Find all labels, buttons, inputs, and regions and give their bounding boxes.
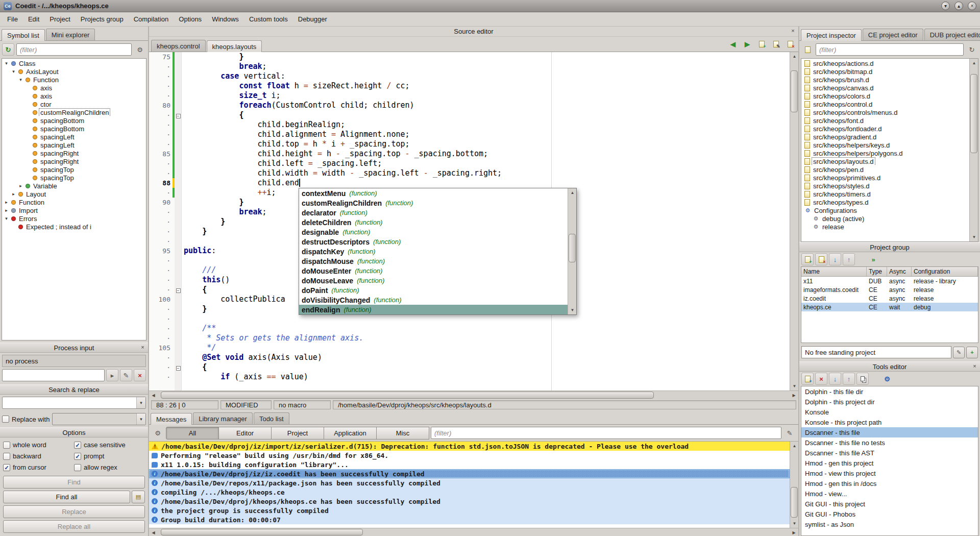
option-backward[interactable]: backward: [3, 452, 74, 460]
option-case-sensitive[interactable]: ✓case sensitive: [74, 441, 145, 449]
tab-dub-project-editor[interactable]: DUB project editor: [924, 29, 980, 40]
symbol-options-button[interactable]: ⚙: [134, 43, 146, 56]
titlebar[interactable]: Ce Coedit - /.../kheops/kheops.ce ▾ ▴ ×: [0, 0, 980, 12]
completion-item[interactable]: contextMenu(function): [299, 188, 568, 198]
tool-item[interactable]: Dscanner - this file no tests: [801, 437, 978, 448]
tool-item[interactable]: symlist - as Json: [801, 519, 978, 529]
checkbox[interactable]: ✓: [3, 464, 10, 471]
messages-filter-input[interactable]: [431, 427, 781, 439]
completion-item[interactable]: dispatchMouse(function): [299, 256, 568, 266]
symbol-tree-item[interactable]: ▸Variable: [2, 182, 146, 190]
scroll-up-icon[interactable]: ▲: [790, 442, 799, 450]
tool-item[interactable]: Konsole - this project path: [801, 417, 978, 427]
project-file-item[interactable]: src/kheops/layouts.d: [801, 157, 969, 165]
project-file-item[interactable]: src/kheops/brush.d: [801, 76, 969, 84]
project-file-button[interactable]: [801, 43, 814, 56]
message-row[interactable]: x11 1.0.15: building configuration "libr…: [149, 460, 790, 469]
scroll-down-icon[interactable]: ▼: [568, 306, 577, 314]
symbol-tree-item[interactable]: spacingLeft: [2, 141, 146, 149]
configurations-item[interactable]: ⚙Configurations: [801, 206, 969, 214]
checkbox[interactable]: [3, 442, 10, 449]
configuration-item[interactable]: ⚙debug (active): [801, 214, 969, 223]
go-back-button[interactable]: ◀: [727, 38, 739, 50]
close-icon[interactable]: ×: [789, 28, 797, 35]
tool-item[interactable]: Konsole: [801, 407, 978, 417]
refresh-project-button[interactable]: ↻: [966, 43, 978, 56]
send-input-button[interactable]: ▸: [106, 369, 118, 381]
symbol-tree-item[interactable]: ▸Import: [2, 206, 146, 214]
find-all-button[interactable]: Find all: [3, 491, 130, 503]
tab-kheops-layouts[interactable]: kheops.layouts: [207, 40, 262, 52]
new-document-button[interactable]: +: [755, 38, 768, 50]
project-row[interactable]: iz.coeditCEasyncrelease: [801, 294, 978, 303]
project-file-item[interactable]: src/kheops/pen.d: [801, 165, 969, 174]
messages-vertical-scrollbar[interactable]: ▲ ▼: [790, 442, 798, 528]
fold-collapse-icon[interactable]: −: [176, 366, 181, 371]
project-file-item[interactable]: src/kheops/styles.d: [801, 182, 969, 190]
async-mode-button[interactable]: »: [867, 253, 879, 265]
project-file-item[interactable]: src/kheops/fontloader.d: [801, 125, 969, 133]
tree-expander-icon[interactable]: ▾: [4, 61, 9, 66]
project-file-item[interactable]: src/kheops/timers.d: [801, 190, 969, 198]
filter-misc[interactable]: Misc: [376, 427, 429, 440]
project-file-item[interactable]: src/kheops/types.d: [801, 198, 969, 206]
completion-item[interactable]: doPaint(function): [299, 285, 568, 295]
tree-expander-icon[interactable]: ▾: [18, 77, 23, 82]
scrollbar-thumb[interactable]: [970, 74, 977, 154]
column-header-name[interactable]: Name: [801, 267, 867, 276]
tool-item[interactable]: Dolphin - this project dir: [801, 397, 978, 407]
editor-area[interactable]: 75 }· break;· case vertical:· const floa…: [149, 52, 798, 391]
close-icon[interactable]: ×: [971, 363, 978, 371]
configuration-item[interactable]: ⚙release: [801, 223, 969, 231]
tree-expander-icon[interactable]: ▸: [18, 183, 23, 188]
symbol-tree-item[interactable]: ▾Class: [2, 59, 146, 67]
checkbox[interactable]: ✓: [74, 442, 81, 449]
go-forward-button[interactable]: ▶: [741, 38, 753, 50]
option-from-cursor[interactable]: ✓from cursor: [3, 464, 74, 471]
tree-expander-icon[interactable]: ▾: [11, 69, 16, 74]
filter-application[interactable]: Application: [324, 427, 377, 440]
menu-options[interactable]: Options: [174, 13, 207, 25]
symbol-tree-item[interactable]: Expected ; instead of i: [2, 223, 146, 231]
tool-item[interactable]: Dscanner - this file AST: [801, 448, 978, 458]
scroll-right-icon[interactable]: ▶: [790, 391, 798, 400]
add-project-button[interactable]: +: [801, 253, 814, 265]
message-row[interactable]: ithe project group is successfully compi…: [149, 506, 790, 515]
scrollbar-thumb[interactable]: [569, 234, 576, 262]
tab-mini-explorer[interactable]: Mini explorer: [46, 29, 95, 40]
checkbox[interactable]: ✓: [74, 453, 81, 460]
scroll-right-icon[interactable]: ▶: [790, 528, 798, 536]
project-file-item[interactable]: src/kheops/actions.d: [801, 59, 969, 67]
configure-tool-button[interactable]: ⚙: [881, 373, 893, 385]
scroll-left-icon[interactable]: ◀: [149, 391, 158, 400]
tool-item[interactable]: Hmod - gen this project: [801, 458, 978, 468]
tree-expander-icon[interactable]: ▸: [11, 191, 16, 197]
replace-button[interactable]: Replace: [3, 505, 145, 518]
project-row[interactable]: kheops.ceCEwaitdebug: [801, 303, 978, 311]
remove-tool-button[interactable]: ×: [815, 373, 827, 385]
project-file-item[interactable]: src/kheops/colors.d: [801, 92, 969, 100]
fold-collapse-icon[interactable]: −: [176, 114, 181, 118]
message-row[interactable]: i/home/basile/Dev/dproj/iz/iz.coedit has…: [149, 469, 790, 478]
column-header-configuration[interactable]: Configuration: [912, 267, 978, 276]
kill-process-button[interactable]: ×: [134, 369, 146, 381]
symbol-tree-item[interactable]: ▾Function: [2, 76, 146, 84]
scroll-up-icon[interactable]: ▲: [970, 59, 978, 67]
edit-free-standing-button[interactable]: ✎: [953, 347, 965, 358]
find-all-results-button[interactable]: ▤: [132, 491, 145, 503]
tab-project-inspector[interactable]: Project inspector: [801, 29, 862, 41]
completion-item[interactable]: dispatchKey(function): [299, 247, 568, 256]
symbol-filter-input[interactable]: [16, 43, 132, 56]
symbol-tree-item[interactable]: ▸Function: [2, 198, 146, 206]
remove-project-button[interactable]: ×: [815, 253, 827, 265]
menu-edit[interactable]: Edit: [23, 13, 44, 25]
move-tool-up-button[interactable]: ↑: [843, 373, 855, 385]
symbol-tree-item[interactable]: axis: [2, 84, 146, 92]
message-row[interactable]: i/home/basile/Dev/repos/x11/package.json…: [149, 478, 790, 488]
project-tree-scrollbar[interactable]: ▲ ▼: [969, 59, 978, 241]
close-icon[interactable]: ×: [139, 344, 146, 352]
tree-expander-icon[interactable]: ▸: [4, 200, 9, 205]
find-button[interactable]: Find: [3, 476, 145, 489]
symbol-tree-item[interactable]: ▾AxisLayout: [2, 67, 146, 76]
replace-term-combo[interactable]: ▼: [52, 413, 146, 425]
